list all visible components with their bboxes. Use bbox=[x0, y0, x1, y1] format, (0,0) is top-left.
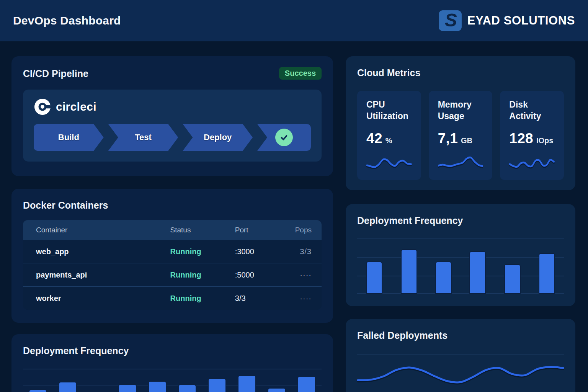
metric-label: Memory Usage bbox=[438, 99, 483, 122]
table-header-row: Container Status Port Pops bbox=[23, 220, 322, 240]
bar bbox=[29, 389, 47, 392]
col-header-port: Port bbox=[235, 226, 277, 234]
bar bbox=[366, 261, 382, 294]
bar bbox=[208, 378, 226, 392]
page-title: DevOps Dashboard bbox=[13, 14, 121, 27]
cpu-sparkline-chart bbox=[366, 154, 412, 172]
bar bbox=[504, 264, 521, 294]
metric-label: CPU Utilization bbox=[366, 99, 412, 122]
containers-table: Container Status Port Pops web_app Runni… bbox=[23, 220, 322, 310]
stage-build[interactable]: Build bbox=[34, 124, 104, 151]
container-name: payments_api bbox=[23, 271, 170, 279]
deployment-frequency-bar-chart bbox=[23, 364, 322, 392]
pipeline-panel: circleci Build Test Deploy bbox=[23, 90, 322, 162]
container-port: :3000 bbox=[235, 247, 277, 256]
metric-unit: IOps bbox=[536, 136, 553, 145]
gridline bbox=[23, 369, 322, 369]
metric-unit: GB bbox=[461, 136, 472, 145]
docker-card-title: Docker Containers bbox=[23, 199, 322, 211]
disk-sparkline-chart bbox=[509, 154, 555, 172]
gridline bbox=[357, 257, 564, 258]
pipeline-stages: Build Test Deploy bbox=[34, 124, 311, 151]
bar bbox=[469, 251, 486, 294]
metric-tile-cpu: CPU Utilization 42 % bbox=[357, 91, 421, 180]
container-port: :5000 bbox=[235, 271, 277, 279]
container-pops: 3/3 bbox=[277, 247, 322, 256]
bar bbox=[118, 384, 137, 392]
deployment-frequency-card-left: Deployment Frequency bbox=[11, 334, 333, 392]
bar bbox=[238, 375, 256, 392]
table-row: web_app Running :3000 3/3 bbox=[23, 240, 322, 263]
stage-deploy[interactable]: Deploy bbox=[183, 124, 253, 151]
failed-deployments-line-chart bbox=[357, 359, 564, 387]
failed-deployments-title: Falled Deployments bbox=[357, 330, 564, 341]
metric-label: Disk Activity bbox=[509, 99, 555, 122]
bar bbox=[297, 376, 316, 392]
divider bbox=[357, 354, 564, 354]
check-icon bbox=[275, 129, 293, 146]
memory-sparkline-chart bbox=[438, 154, 483, 172]
metric-value: 7,1 bbox=[438, 131, 458, 147]
cicd-pipeline-card: CI/CD Pipeline Success circleci bbox=[11, 56, 333, 176]
svg-text:S: S bbox=[445, 10, 457, 30]
metric-value: 128 bbox=[509, 131, 533, 147]
gridline bbox=[357, 293, 564, 294]
gridline bbox=[357, 238, 564, 239]
app-header: DevOps Dashboard S EYAD SOLUTIONS bbox=[0, 0, 588, 41]
container-name: worker bbox=[23, 294, 170, 303]
deployment-frequency-bar-chart bbox=[357, 238, 564, 294]
stage-done[interactable] bbox=[257, 124, 311, 151]
col-header-status: Status bbox=[170, 226, 235, 234]
col-header-pops: Pops bbox=[277, 226, 322, 234]
metric-tile-memory: Memory Usage 7,1 GB bbox=[429, 91, 493, 180]
table-row: payments_api Running :5000 ···· bbox=[23, 263, 322, 286]
status-badge: Success bbox=[279, 67, 322, 80]
deployment-frequency-card-right: Deployment Frequency bbox=[346, 204, 575, 306]
row-actions-dots[interactable]: ···· bbox=[277, 294, 322, 303]
metric-unit: % bbox=[385, 136, 392, 145]
stage-test[interactable]: Test bbox=[108, 124, 178, 151]
bar bbox=[539, 253, 555, 294]
bar bbox=[401, 249, 417, 294]
bar bbox=[178, 384, 196, 392]
cloud-metrics-card: Cloud Metrics CPU Utilization 42 % Memor… bbox=[346, 56, 575, 190]
cloud-metrics-title: Cloud Metrics bbox=[357, 67, 564, 78]
container-status: Running bbox=[170, 271, 235, 279]
container-status: Running bbox=[170, 247, 235, 256]
s-logo-icon: S bbox=[438, 10, 462, 31]
brand-logo: S EYAD SOLUTIONS bbox=[438, 10, 575, 31]
bar bbox=[59, 382, 77, 392]
freq-right-title: Deployment Frequency bbox=[357, 215, 564, 226]
freq-left-title: Deployment Frequency bbox=[23, 345, 322, 356]
bar bbox=[148, 381, 167, 392]
container-port: 3/3 bbox=[235, 294, 277, 303]
failed-deployments-card: Falled Deployments bbox=[346, 319, 575, 392]
gridline bbox=[357, 276, 564, 276]
container-name: web_app bbox=[23, 247, 170, 256]
row-actions-dots[interactable]: ···· bbox=[277, 271, 322, 279]
col-header-container: Container bbox=[23, 226, 170, 234]
docker-containers-card: Docker Containers Container Status Port … bbox=[11, 189, 333, 323]
table-row: worker Running 3/3 ···· bbox=[23, 286, 322, 310]
provider-name: circleci bbox=[56, 100, 96, 113]
metric-value: 42 bbox=[366, 131, 382, 147]
brand-name: EYAD SOLUTIONS bbox=[467, 14, 575, 28]
cicd-card-title: CI/CD Pipeline bbox=[23, 68, 88, 79]
metric-tile-disk: Disk Activity 128 IOps bbox=[500, 91, 564, 180]
circleci-icon bbox=[34, 98, 51, 116]
container-status: Running bbox=[170, 294, 235, 303]
bar bbox=[268, 388, 286, 392]
bar bbox=[435, 261, 452, 294]
